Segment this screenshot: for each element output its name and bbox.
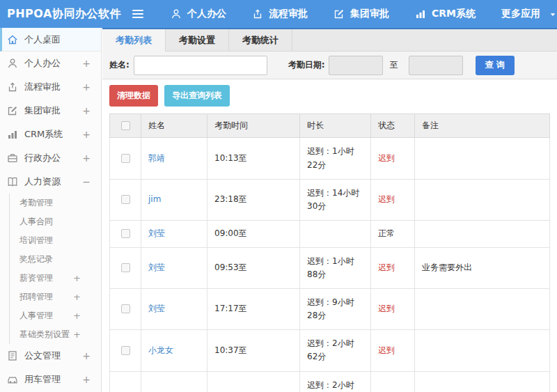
sidebar-item-2[interactable]: 流程审批+ <box>0 75 101 99</box>
remark-cell <box>415 179 550 220</box>
remark-cell <box>415 221 550 247</box>
tab-1[interactable]: 考勤设置 <box>166 29 229 51</box>
export-list-button[interactable]: 导出查询列表 <box>164 85 230 107</box>
status-cell: 正常 <box>371 221 415 247</box>
employee-name-link[interactable]: 刘莹 <box>148 262 165 272</box>
topnav-item-3[interactable]: CRM系统 <box>415 8 476 20</box>
row-checkbox-cell <box>110 138 141 179</box>
attendance-time-cell: 09:53至 <box>207 247 300 288</box>
person-icon <box>7 58 18 69</box>
sidebar-item-5[interactable]: 行政办公+ <box>0 146 101 170</box>
top-navigation: 个人办公流程审批集团审批CRM系统更多应用 <box>145 8 557 20</box>
sidebar-item-1[interactable]: 个人办公+ <box>0 52 101 75</box>
expand-plus-icon[interactable]: + <box>82 374 91 385</box>
date-to-input[interactable] <box>409 56 463 75</box>
expand-plus-icon[interactable]: + <box>73 311 81 321</box>
sidebar-subitem-0[interactable]: 考勤管理 <box>10 194 101 212</box>
employee-name-link[interactable]: 刘莹 <box>148 304 165 313</box>
status-cell: 迟到 <box>371 247 415 288</box>
name-cell: 小龙女 <box>141 330 207 371</box>
duration-cell: 迟到：1小时88分 <box>300 247 371 288</box>
duration-cell <box>300 221 371 247</box>
name-cell: 刘莹 <box>141 247 207 288</box>
row-checkbox[interactable] <box>121 154 130 163</box>
expand-plus-icon[interactable]: + <box>73 329 81 340</box>
row-checkbox[interactable] <box>121 195 130 204</box>
sidebar-item-label: 个人桌面 <box>24 33 91 46</box>
sidebar-subitem-4[interactable]: 薪资管理+ <box>10 269 101 288</box>
column-header-4: 备注 <box>415 114 550 138</box>
topnav-item-4[interactable]: 更多应用 <box>501 8 557 20</box>
sidebar-item-4[interactable]: CRM系统+ <box>0 123 101 146</box>
duration-line: 迟到：2小时90分 <box>307 379 363 392</box>
tab-2[interactable]: 考勤统计 <box>229 29 292 51</box>
sidebar-item-6[interactable]: 人力资源− <box>0 170 101 194</box>
sidebar-item-8[interactable]: 用车管理+ <box>0 368 101 391</box>
expand-plus-icon[interactable]: + <box>73 292 81 302</box>
row-checkbox[interactable] <box>121 263 130 272</box>
row-checkbox-cell <box>110 371 141 392</box>
sidebar-subitem-7[interactable]: 基础类别设置+ <box>10 325 101 344</box>
row-checkbox[interactable] <box>121 304 130 313</box>
sidebar-subitem-label: 人事合同 <box>19 216 81 228</box>
name-filter-input[interactable] <box>134 56 267 75</box>
topnav-item-2[interactable]: 集团审批 <box>334 8 389 20</box>
name-cell: 刘莹 <box>141 288 207 329</box>
expand-plus-icon[interactable]: + <box>82 129 91 140</box>
name-cell: 刘莹 <box>141 221 207 247</box>
sidebar-subitem-2[interactable]: 培训管理 <box>10 231 101 250</box>
process-approval-icon <box>252 8 269 19</box>
column-header-1: 考勤时间 <box>207 114 300 138</box>
search-button[interactable]: 查 询 <box>476 56 515 75</box>
column-header-3: 状态 <box>371 114 415 138</box>
filter-bar: 姓名: 考勤日期: 至 查 询 <box>102 52 557 79</box>
sidebar-item-0[interactable]: 个人桌面 <box>0 28 101 52</box>
table-row: jim23:18至迟到：14小时30分迟到 <box>110 179 550 220</box>
sidebar-item-7[interactable]: 公文管理+ <box>0 344 101 368</box>
status-badge: 迟到 <box>378 153 395 163</box>
sidebar-subitem-label: 招聘管理 <box>19 291 73 303</box>
row-checkbox[interactable] <box>121 229 130 238</box>
duration-cell: 迟到：2小时90分早退：7小时10分 <box>300 371 371 392</box>
status-cell: 迟到 <box>371 179 415 220</box>
column-header-0: 姓名 <box>141 114 207 138</box>
row-checkbox-cell <box>110 221 141 247</box>
status-badge: 迟到 <box>378 262 395 272</box>
sidebar-item-label: 行政办公 <box>24 152 82 164</box>
book-icon <box>7 176 18 187</box>
hamburger-icon[interactable] <box>132 10 145 18</box>
row-checkbox[interactable] <box>121 346 130 355</box>
expand-plus-icon[interactable]: + <box>82 81 91 93</box>
duration-cell: 迟到：2小时62分 <box>300 330 371 371</box>
employee-name-link[interactable]: 刘莹 <box>148 228 165 238</box>
employee-name-link[interactable]: 郭靖 <box>148 153 165 163</box>
toolbar: 清理数据 导出查询列表 <box>109 85 550 107</box>
expand-plus-icon[interactable]: + <box>82 152 91 164</box>
topnav-item-0[interactable]: 个人办公 <box>171 8 226 20</box>
expand-plus-icon[interactable]: + <box>82 350 91 361</box>
sidebar-item-3[interactable]: 集团审批+ <box>0 99 101 123</box>
sidebar-subitem-3[interactable]: 奖惩记录 <box>10 250 101 269</box>
collapse-minus-icon[interactable]: − <box>82 176 91 187</box>
attendance-table: 姓名考勤时间时长状态备注 郭靖10:13至迟到：1小时22分迟到jim23:18… <box>109 113 550 392</box>
duration-line: 迟到：14小时30分 <box>307 187 363 213</box>
sidebar-subitem-5[interactable]: 招聘管理+ <box>10 288 101 306</box>
sidebar-item-label: 人力资源 <box>24 175 82 188</box>
select-all-checkbox[interactable] <box>121 121 130 130</box>
expand-plus-icon[interactable]: + <box>73 273 81 283</box>
sidebar-subitem-label: 薪资管理 <box>19 272 73 284</box>
expand-plus-icon[interactable]: + <box>82 105 91 116</box>
date-from-input[interactable] <box>329 56 383 75</box>
clean-data-button[interactable]: 清理数据 <box>109 85 158 107</box>
expand-plus-icon[interactable]: + <box>82 58 91 69</box>
attendance-time-cell: 10:13至 <box>207 138 300 179</box>
sidebar-subitem-1[interactable]: 人事合同 <box>10 212 101 231</box>
employee-name-link[interactable]: jim <box>148 194 161 204</box>
car-icon <box>7 374 18 385</box>
employee-name-link[interactable]: 小龙女 <box>148 345 173 355</box>
topnav-item-1[interactable]: 流程审批 <box>252 8 308 20</box>
edit-square-icon <box>334 8 350 19</box>
tab-0[interactable]: 考勤列表 <box>102 29 166 52</box>
edit-square-icon <box>7 105 18 116</box>
sidebar-subitem-6[interactable]: 人事管理+ <box>10 306 101 325</box>
